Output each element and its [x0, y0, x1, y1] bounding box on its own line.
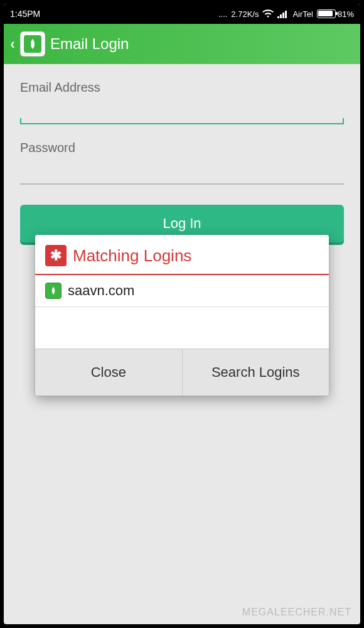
close-button[interactable]: Close	[35, 349, 182, 396]
page-title: Email Login	[50, 35, 129, 53]
battery-percent: 81%	[338, 9, 354, 19]
dialog-empty-row	[35, 307, 329, 349]
network-speed: 2.72K/s	[231, 9, 259, 19]
app-logo	[20, 31, 45, 57]
status-indicators: .... 2.72K/s AirTel 81%	[218, 9, 354, 19]
watermark: MEGALEECHER.NET	[242, 607, 351, 618]
status-time: 1:45PM	[10, 9, 40, 19]
login-form: Email Address Password Log In	[4, 64, 360, 242]
carrier-name: AirTel	[292, 9, 313, 19]
svg-rect-3	[285, 11, 287, 18]
dialog-login-list: saavn.com	[35, 275, 329, 349]
svg-rect-2	[282, 13, 284, 18]
back-icon[interactable]: ‹	[10, 35, 15, 53]
login-item-label: saavn.com	[68, 283, 134, 299]
search-logins-button[interactable]: Search Logins	[182, 349, 329, 396]
matching-logins-dialog: ✱ Matching Logins saavn.com Close Search…	[35, 235, 329, 396]
email-field[interactable]	[20, 97, 344, 124]
dialog-header: ✱ Matching Logins	[35, 235, 329, 275]
email-label: Email Address	[20, 80, 344, 95]
battery-icon	[317, 9, 336, 18]
password-label: Password	[20, 141, 344, 155]
dialog-button-row: Close Search Logins	[35, 349, 329, 396]
menu-dots-icon: ....	[218, 9, 227, 19]
dialog-title: Matching Logins	[73, 246, 191, 266]
login-item-saavn[interactable]: saavn.com	[35, 275, 329, 307]
saavn-favicon-icon	[45, 283, 62, 299]
svg-rect-1	[280, 14, 282, 18]
password-field[interactable]	[20, 158, 344, 185]
saavn-leaf-icon	[26, 38, 39, 50]
lastpass-icon: ✱	[45, 245, 67, 266]
svg-rect-0	[277, 16, 279, 18]
status-bar: 1:45PM .... 2.72K/s AirTel 81%	[4, 4, 360, 24]
signal-icon	[277, 10, 289, 18]
app-header: ‹ Email Login	[4, 24, 360, 64]
wifi-icon	[262, 9, 274, 18]
